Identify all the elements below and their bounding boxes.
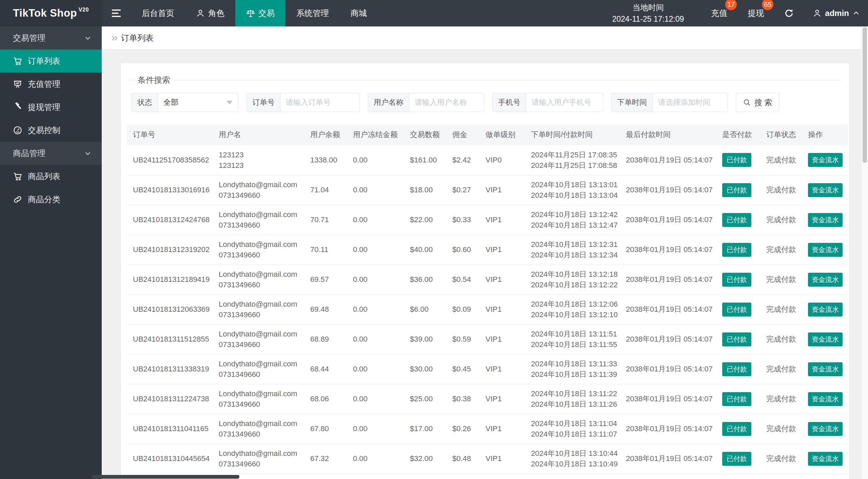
scales-icon	[246, 9, 255, 18]
cell-amount: $6.00	[407, 294, 450, 324]
cell-commission: $0.45	[450, 354, 483, 384]
search-button[interactable]: 搜 索	[736, 93, 779, 112]
phone-input[interactable]	[526, 93, 603, 112]
sidebar-item-trade-control[interactable]: 交易控制	[0, 119, 102, 142]
table-row: UB2410181312189419Londythato@gmail.com07…	[127, 265, 848, 294]
fund-flow-button[interactable]: 资金流水	[808, 392, 843, 406]
fund-flow-button[interactable]: 资金流水	[808, 422, 843, 436]
nav-item-trade[interactable]: 交易	[235, 0, 285, 26]
vertical-scrollbar	[861, 26, 868, 479]
sidebar-group-trade[interactable]: 交易管理	[0, 26, 102, 50]
top-navbar: TikTok Shop V20 后台首页 角色 交易 系统管理	[0, 0, 868, 26]
cell-order-time: 2024年10月18日 13:12:062024年10月18日 13:12:10	[528, 294, 623, 324]
cell-paid: 已付款	[719, 175, 764, 205]
status-select[interactable]: 全部	[158, 93, 238, 112]
recharge-badge: 17	[725, 0, 737, 10]
withdraw-button[interactable]: 提现 65	[748, 8, 764, 19]
fund-flow-button[interactable]: 资金流水	[808, 273, 843, 287]
nav-item-label: 系统管理	[296, 8, 329, 19]
order-time-input[interactable]	[653, 93, 727, 112]
cell-frozen: 0.00	[350, 205, 407, 235]
sidebar-toggle-button[interactable]	[102, 0, 131, 26]
nav-item-roles[interactable]: 角色	[185, 0, 235, 26]
user-menu[interactable]: admin	[813, 8, 860, 18]
cell-amount: $22.00	[407, 205, 450, 235]
cell-last-pay-time	[623, 474, 719, 479]
withdraw-label: 提现	[748, 8, 764, 18]
cell-order-time: 2024年11月25日 17:08:352024年11月25日 17:08:58	[528, 145, 623, 175]
paid-badge: 已付款	[722, 183, 751, 197]
paid-badge: 已付款	[722, 452, 751, 466]
fund-flow-button[interactable]: 资金流水	[808, 332, 843, 346]
cell-order-no: UB2410181311224738	[127, 384, 216, 414]
paid-badge: 已付款	[722, 303, 751, 317]
cell-status: 完成付款	[764, 354, 805, 384]
breadcrumb-arrows-icon: »	[111, 31, 118, 43]
cell-amount: $30.00	[407, 354, 450, 384]
breadcrumb-current: 订单列表	[121, 33, 154, 43]
col-order-time: 下单时间/付款时间	[528, 124, 623, 145]
fund-flow-button[interactable]: 资金流水	[808, 452, 843, 466]
sidebar-item-order-list[interactable]: 订单列表	[0, 50, 102, 73]
cell-level: VIP1	[483, 354, 528, 384]
cell-order-time: 2024年10月18日 13:13:012024年10月18日 13:13:04	[528, 175, 623, 205]
sidebar-item-label: 订单列表	[28, 56, 60, 66]
refresh-button[interactable]	[784, 8, 794, 18]
table-row: UB24112517083585621231231231231338.000.0…	[127, 145, 848, 175]
cell-status: 完成付款	[764, 175, 805, 205]
fund-flow-button[interactable]: 资金流水	[808, 183, 843, 197]
gavel-icon	[13, 102, 22, 112]
vertical-scrollbar-thumb[interactable]	[863, 27, 867, 163]
cell-order-time: 2024年10月18日 13:11:332024年10月18日 13:11:39	[528, 354, 623, 384]
cell-username: 123123123123	[216, 145, 308, 175]
cell-frozen: 0.00	[350, 294, 407, 324]
table-row: UB2410181312424768Londythato@gmail.com07…	[127, 205, 848, 235]
cell-order-time: 2024年10月18日 13:12:312024年10月18日 13:12:34	[528, 235, 623, 265]
col-username: 用户名	[216, 124, 308, 145]
nav-item-dashboard[interactable]: 后台首页	[131, 0, 185, 26]
fund-flow-button[interactable]: 资金流水	[808, 303, 843, 317]
username-input[interactable]	[409, 93, 484, 112]
cell-order-time: 2024年10月18日 13:10:442024年10月18日 13:10:49	[528, 444, 623, 474]
table-row: UB2410181312319202Londythato@gmail.com07…	[127, 235, 848, 265]
order-table-body: UB24112517083585621231231231231338.000.0…	[127, 145, 848, 479]
nav-item-label: 商城	[351, 8, 367, 19]
nav-item-system[interactable]: 系统管理	[285, 0, 340, 26]
cell-amount	[407, 474, 450, 479]
search-panel-title: 条件搜索	[134, 75, 174, 85]
cell-last-pay-time: 2038年01月19日 05:14:07	[623, 205, 719, 235]
cell-order-time: 2024年10月18日 13:11:222024年10月18日 13:11:26	[528, 384, 623, 414]
cell-username: Londythato@gmail.com0731349660	[216, 444, 308, 474]
chevron-down-icon	[84, 34, 92, 42]
nav-item-label: 角色	[208, 8, 224, 19]
sidebar-group-goods[interactable]: 商品管理	[0, 142, 102, 165]
cell-status: 完成付款	[764, 384, 805, 414]
sidebar-item-withdraw-mgmt[interactable]: 提现管理	[0, 96, 102, 119]
nav-item-mall[interactable]: 商城	[340, 0, 378, 26]
recharge-button[interactable]: 充值 17	[711, 8, 727, 19]
horizontal-scrollbar-thumb[interactable]	[92, 475, 239, 479]
cell-last-pay-time: 2038年01月19日 05:14:07	[623, 294, 719, 324]
order-no-input[interactable]	[280, 93, 359, 112]
fund-flow-button[interactable]: 资金流水	[808, 213, 843, 227]
sidebar-item-goods-category[interactable]: 商品分类	[0, 188, 102, 211]
search-panel: 条件搜索 状态 全部 订单号	[129, 75, 841, 124]
fund-flow-button[interactable]: 资金流水	[808, 362, 843, 376]
cell-balance: 69.48	[308, 294, 350, 324]
brand-version: V20	[79, 7, 89, 13]
cell-commission	[450, 474, 483, 479]
cell-frozen	[350, 474, 407, 479]
search-button-label: 搜 索	[754, 97, 772, 108]
fund-flow-button[interactable]: 资金流水	[808, 153, 843, 167]
sidebar-item-recharge-mgmt[interactable]: 充值管理	[0, 73, 102, 96]
chevron-up-icon	[852, 9, 860, 17]
cell-balance: 70.71	[308, 205, 350, 235]
brand-name: TikTok Shop	[13, 7, 77, 19]
col-action: 操作	[805, 124, 848, 145]
fund-flow-button[interactable]: 资金流水	[808, 243, 843, 257]
cell-frozen: 0.00	[350, 265, 407, 294]
sidebar-item-goods-list[interactable]: 商品列表	[0, 165, 102, 188]
cell-order-no: UB2410181311338319	[127, 354, 216, 384]
cell-balance: 68.06	[308, 384, 350, 414]
board-icon	[13, 79, 22, 89]
